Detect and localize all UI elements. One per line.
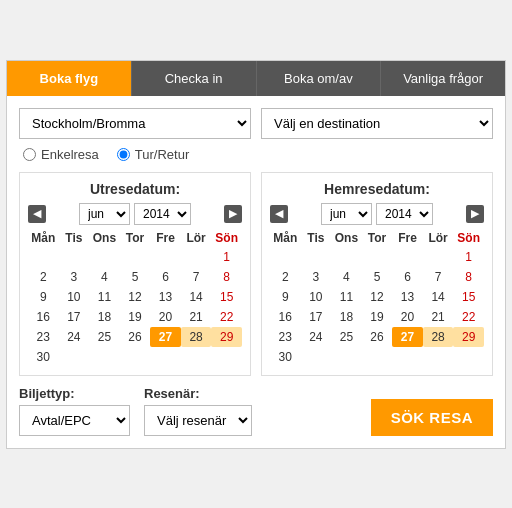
return-cal-title: Hemresedatum: bbox=[270, 181, 484, 197]
table-row[interactable]: 30 bbox=[28, 347, 59, 367]
table-row[interactable]: 26 bbox=[120, 327, 151, 347]
table-row[interactable]: 8 bbox=[453, 267, 484, 287]
enkelresa-radio[interactable] bbox=[23, 148, 36, 161]
ret-cal-header-man: Mån bbox=[270, 229, 301, 247]
ret-cal-header-lor: Lör bbox=[423, 229, 454, 247]
table-row[interactable]: 23 bbox=[270, 327, 301, 347]
table-row[interactable]: 29 bbox=[453, 327, 484, 347]
table-row[interactable]: 2 bbox=[270, 267, 301, 287]
return-year-select[interactable]: 20142015 bbox=[376, 203, 433, 225]
ret-cal-header-tis: Tis bbox=[301, 229, 332, 247]
return-prev-btn[interactable]: ◀ bbox=[270, 205, 288, 223]
tab-boka-flyg[interactable]: Boka flyg bbox=[7, 61, 132, 96]
table-row bbox=[89, 247, 120, 267]
table-row[interactable]: 25 bbox=[89, 327, 120, 347]
table-row[interactable]: 3 bbox=[301, 267, 332, 287]
table-row[interactable]: 8 bbox=[211, 267, 242, 287]
table-row[interactable]: 13 bbox=[392, 287, 423, 307]
return-next-btn[interactable]: ▶ bbox=[466, 205, 484, 223]
table-row[interactable]: 14 bbox=[181, 287, 212, 307]
table-row[interactable]: 17 bbox=[301, 307, 332, 327]
table-row[interactable]: 5 bbox=[120, 267, 151, 287]
table-row[interactable]: 7 bbox=[423, 267, 454, 287]
table-row[interactable]: 1 bbox=[211, 247, 242, 267]
table-row[interactable]: 6 bbox=[150, 267, 181, 287]
table-row[interactable]: 5 bbox=[362, 267, 393, 287]
table-row[interactable]: 10 bbox=[301, 287, 332, 307]
table-row[interactable]: 27 bbox=[150, 327, 181, 347]
table-row[interactable]: 9 bbox=[28, 287, 59, 307]
return-cal-nav: ◀ janfebmarapr majjunjulaug sepoktnovdec… bbox=[270, 203, 484, 225]
table-row[interactable]: 28 bbox=[181, 327, 212, 347]
table-row bbox=[59, 347, 90, 367]
table-row[interactable]: 21 bbox=[423, 307, 454, 327]
table-row[interactable]: 24 bbox=[301, 327, 332, 347]
table-row[interactable]: 30 bbox=[270, 347, 301, 367]
table-row[interactable]: 20 bbox=[150, 307, 181, 327]
cal-header-fre: Fre bbox=[150, 229, 181, 247]
table-row[interactable]: 28 bbox=[423, 327, 454, 347]
table-row[interactable]: 11 bbox=[89, 287, 120, 307]
table-row[interactable]: 17 bbox=[59, 307, 90, 327]
departure-year-select[interactable]: 20142015 bbox=[134, 203, 191, 225]
table-row[interactable]: 3 bbox=[59, 267, 90, 287]
return-month-select[interactable]: janfebmarapr majjunjulaug sepoktnovdec bbox=[321, 203, 372, 225]
table-row[interactable]: 15 bbox=[453, 287, 484, 307]
table-row[interactable]: 1 bbox=[453, 247, 484, 267]
ticket-type-group: Biljettyp: Avtal/EPC Privatperson Företa… bbox=[19, 386, 130, 436]
table-row[interactable]: 9 bbox=[270, 287, 301, 307]
ret-cal-header-son: Sön bbox=[453, 229, 484, 247]
departure-next-btn[interactable]: ▶ bbox=[224, 205, 242, 223]
tab-vanliga-fragor[interactable]: Vanliga frågor bbox=[381, 61, 505, 96]
table-row[interactable]: 16 bbox=[270, 307, 301, 327]
departure-prev-btn[interactable]: ◀ bbox=[28, 205, 46, 223]
table-row bbox=[150, 247, 181, 267]
table-row[interactable]: 10 bbox=[59, 287, 90, 307]
table-row[interactable]: 24 bbox=[59, 327, 90, 347]
tur-retur-radio[interactable] bbox=[117, 148, 130, 161]
table-row[interactable]: 26 bbox=[362, 327, 393, 347]
table-row[interactable]: 16 bbox=[28, 307, 59, 327]
return-nav-selects: janfebmarapr majjunjulaug sepoktnovdec 2… bbox=[321, 203, 433, 225]
body-content: Stockholm/Bromma Stockholm/Arlanda Göteb… bbox=[7, 96, 505, 448]
traveler-select[interactable]: Välj resenär bbox=[144, 405, 252, 436]
table-row[interactable]: 20 bbox=[392, 307, 423, 327]
table-row[interactable]: 4 bbox=[89, 267, 120, 287]
ret-cal-header-tor: Tor bbox=[362, 229, 393, 247]
table-row bbox=[423, 247, 454, 267]
search-button[interactable]: SÖK RESA bbox=[371, 399, 493, 436]
tab-checka-in[interactable]: Checka in bbox=[132, 61, 257, 96]
table-row[interactable]: 6 bbox=[392, 267, 423, 287]
trip-type-row: Enkelresa Tur/Retur bbox=[19, 147, 493, 162]
table-row[interactable]: 13 bbox=[150, 287, 181, 307]
table-row[interactable]: 4 bbox=[331, 267, 362, 287]
departure-month-select[interactable]: janfebmarapr majjunjulaug sepoktnovdec bbox=[79, 203, 130, 225]
cal-header-ons: Ons bbox=[89, 229, 120, 247]
table-row[interactable]: 22 bbox=[211, 307, 242, 327]
table-row[interactable]: 2 bbox=[28, 267, 59, 287]
ticket-type-select[interactable]: Avtal/EPC Privatperson Företag bbox=[19, 405, 130, 436]
table-row[interactable]: 22 bbox=[453, 307, 484, 327]
table-row[interactable]: 12 bbox=[362, 287, 393, 307]
tabs-bar: Boka flyg Checka in Boka om/av Vanliga f… bbox=[7, 61, 505, 96]
table-row[interactable]: 12 bbox=[120, 287, 151, 307]
table-row[interactable]: 19 bbox=[362, 307, 393, 327]
enkelresa-label[interactable]: Enkelresa bbox=[23, 147, 99, 162]
table-row[interactable]: 21 bbox=[181, 307, 212, 327]
table-row[interactable]: 19 bbox=[120, 307, 151, 327]
table-row[interactable]: 29 bbox=[211, 327, 242, 347]
to-airport-select[interactable]: Välj en destination Oslo Köpenhamn Londo… bbox=[261, 108, 493, 139]
tur-retur-label[interactable]: Tur/Retur bbox=[117, 147, 189, 162]
tab-boka-om[interactable]: Boka om/av bbox=[257, 61, 382, 96]
table-row[interactable]: 15 bbox=[211, 287, 242, 307]
table-row[interactable]: 27 bbox=[392, 327, 423, 347]
table-row[interactable]: 18 bbox=[89, 307, 120, 327]
from-airport-select[interactable]: Stockholm/Bromma Stockholm/Arlanda Göteb… bbox=[19, 108, 251, 139]
table-row[interactable]: 25 bbox=[331, 327, 362, 347]
table-row[interactable]: 7 bbox=[181, 267, 212, 287]
table-row[interactable]: 14 bbox=[423, 287, 454, 307]
table-row[interactable]: 11 bbox=[331, 287, 362, 307]
table-row[interactable]: 23 bbox=[28, 327, 59, 347]
table-row bbox=[362, 347, 393, 367]
table-row[interactable]: 18 bbox=[331, 307, 362, 327]
